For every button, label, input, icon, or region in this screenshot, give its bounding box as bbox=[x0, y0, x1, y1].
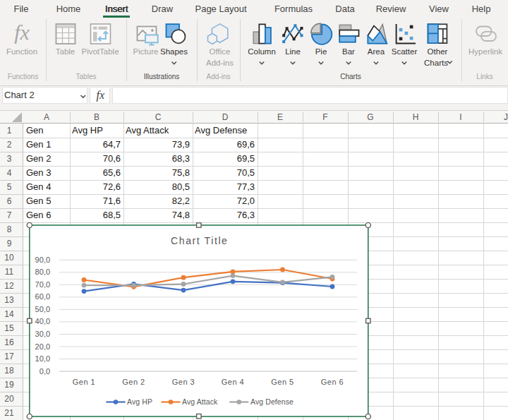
svg-text:Avg Defense: Avg Defense bbox=[250, 397, 294, 406]
svg-text:10,0: 10,0 bbox=[35, 354, 50, 363]
svg-text:50,0: 50,0 bbox=[35, 305, 50, 313]
svg-text:Avg HP: Avg HP bbox=[127, 397, 152, 406]
svg-text:Avg Attack: Avg Attack bbox=[182, 397, 218, 406]
svg-text:Gen 5: Gen 5 bbox=[271, 378, 294, 386]
svg-text:20,0: 20,0 bbox=[35, 342, 50, 351]
svg-text:60,0: 60,0 bbox=[35, 292, 50, 301]
svg-text:30,0: 30,0 bbox=[35, 330, 50, 338]
svg-text:fx: fx bbox=[14, 20, 30, 44]
svg-text:Gen 4: Gen 4 bbox=[222, 378, 244, 386]
svg-text:Gen 2: Gen 2 bbox=[122, 378, 145, 386]
svg-text:Chart Title: Chart Title bbox=[171, 235, 228, 246]
svg-text:80,0: 80,0 bbox=[35, 268, 50, 276]
svg-text:0,0: 0,0 bbox=[40, 367, 51, 376]
svg-text:Gen 1: Gen 1 bbox=[73, 378, 95, 386]
svg-text:90,0: 90,0 bbox=[35, 256, 50, 264]
svg-text:Gen 6: Gen 6 bbox=[321, 378, 344, 386]
svg-text:70,0: 70,0 bbox=[35, 280, 50, 289]
svg-text:40,0: 40,0 bbox=[35, 317, 50, 325]
svg-text:Gen 3: Gen 3 bbox=[172, 378, 195, 386]
